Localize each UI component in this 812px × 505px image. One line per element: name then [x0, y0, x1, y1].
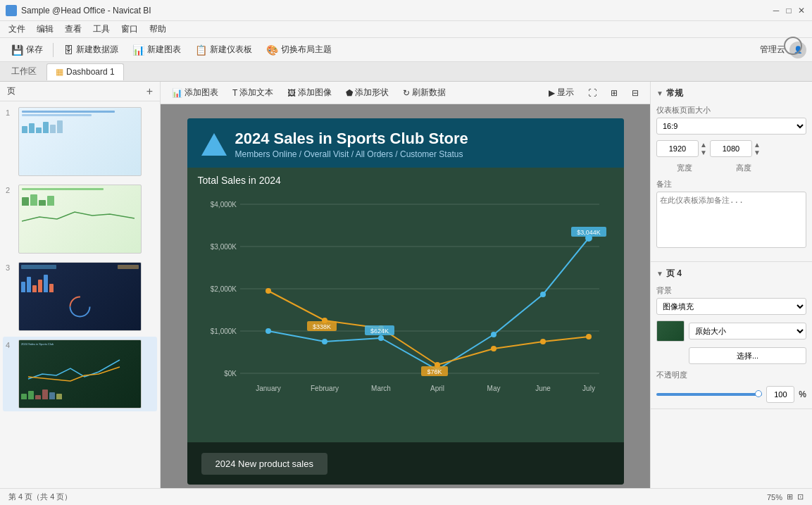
add-text-icon: T: [232, 88, 237, 98]
dash-title-area: 2024 Sales in Sports Club Store Members …: [235, 130, 468, 159]
bg-preview-row: 原始大小: [656, 320, 806, 342]
dash-chart-title: Total Sales in 2024: [198, 175, 613, 186]
width-down-btn[interactable]: ▼: [700, 149, 707, 156]
view-mode-fit[interactable]: ⊡: [797, 492, 804, 501]
bg-type-select[interactable]: 图像填充: [656, 298, 806, 315]
page-info: 第 4 页（共 4 页）: [8, 492, 72, 502]
menu-view[interactable]: 查看: [59, 22, 87, 37]
close-btn[interactable]: ✕: [797, 6, 806, 15]
bg-row: 背景 图像填充: [656, 285, 806, 315]
collapse-general-icon: ▼: [656, 89, 663, 97]
chart-icon: 📊: [132, 44, 144, 56]
add-shape-button[interactable]: ⬟ 添加形状: [340, 85, 394, 101]
menu-window[interactable]: 窗口: [115, 22, 144, 37]
status-right: 75% ⊞ ⊡: [767, 492, 804, 501]
display-icon: ▶: [549, 88, 555, 98]
notes-textarea[interactable]: [656, 192, 806, 248]
new-chart-button[interactable]: 📊 新建图表: [127, 41, 187, 58]
width-input[interactable]: [656, 140, 699, 157]
canvas-toolbar-right: ▶ 显示 ⛶ ⊞ ⊟: [543, 85, 644, 101]
main-toolbar: 💾 保存 🗄 新建数据源 📊 新建图表 📋 新建仪表板 🎨 切换布局主题 管理云…: [0, 38, 812, 62]
pages-panel: 页 + 1: [0, 82, 161, 488]
minimize-btn[interactable]: ─: [771, 6, 781, 15]
svg-text:$624K: $624K: [370, 328, 388, 335]
add-text-button[interactable]: T 添加文本: [227, 85, 279, 101]
new-datasource-button[interactable]: 🗄 新建数据源: [58, 41, 124, 58]
refresh-button[interactable]: ↻ 刷新数据: [397, 85, 451, 101]
tab-bar: 工作区 ▦ Dashboard 1: [0, 62, 812, 82]
dimensions-row: ▲ ▼ ▲ ▼: [656, 140, 806, 157]
svg-point-33: [586, 334, 592, 339]
page-item-3[interactable]: 3: [3, 259, 157, 334]
svg-point-20: [266, 328, 271, 334]
dash-footer: 2024 New product sales: [187, 442, 624, 485]
page-number-1: 1: [6, 107, 14, 117]
dash-subtitle: Members Online / Overall Visit / All Ord…: [235, 149, 468, 159]
svg-text:$3,044K: $3,044K: [577, 229, 601, 236]
menu-tools[interactable]: 工具: [87, 22, 115, 37]
sales-chart: $4,000K $3,000K $2,000K $1,000K $0K Janu…: [198, 190, 613, 409]
dash-chart-area: Total Sales in 2024 $4,000K $3,000K $2,0…: [187, 168, 624, 418]
footer-card[interactable]: 2024 New product sales: [201, 453, 327, 475]
page-item-2[interactable]: 2: [3, 182, 157, 256]
menu-file[interactable]: 文件: [3, 22, 31, 37]
page-thumbnail-4: 2024 Sales in Sports Club: [18, 339, 142, 409]
svg-text:February: February: [310, 385, 338, 392]
add-page-button[interactable]: +: [146, 85, 153, 98]
opacity-label: 不透明度: [656, 370, 806, 380]
view-mode-normal[interactable]: ⊞: [787, 492, 793, 501]
manage-cloud-label[interactable]: 管理云: [760, 44, 785, 56]
menu-edit[interactable]: 编辑: [31, 22, 59, 37]
opacity-input[interactable]: [766, 386, 794, 403]
add-image-button[interactable]: 🖼 添加图像: [282, 85, 337, 101]
size-select[interactable]: 16:9: [656, 118, 806, 135]
canvas-toolbar: 📊 添加图表 T 添加文本 🖼 添加图像 ⬟ 添加形状 ↻ 刷新数据 ▶: [161, 82, 650, 104]
width-up-btn[interactable]: ▲: [700, 141, 707, 149]
app-icon: [6, 5, 17, 16]
add-image-icon: 🖼: [287, 88, 296, 98]
opacity-slider[interactable]: [656, 393, 762, 396]
canvas-content: 2024 Sales in Sports Club Store Members …: [161, 104, 650, 488]
page-item-4[interactable]: 4 2024 Sales in Sports Club: [3, 337, 157, 411]
properties-button[interactable]: ⊞: [605, 85, 623, 101]
svg-text:$338K: $338K: [312, 323, 330, 330]
dashboard-icon: 📋: [195, 44, 207, 56]
height-up-btn[interactable]: ▲: [754, 141, 761, 149]
svg-text:July: July: [582, 385, 595, 392]
svg-text:$0K: $0K: [224, 370, 237, 378]
choose-image-button[interactable]: 选择...: [689, 347, 806, 364]
canvas-area: 📊 添加图表 T 添加文本 🖼 添加图像 ⬟ 添加形状 ↻ 刷新数据 ▶: [161, 82, 650, 488]
svg-point-25: [540, 292, 546, 297]
svg-text:$4,000K: $4,000K: [210, 201, 237, 208]
new-dashboard-button[interactable]: 📋 新建仪表板: [189, 41, 258, 58]
add-chart-button[interactable]: 📊 添加图表: [166, 85, 224, 101]
status-bar: 第 4 页（共 4 页） 75% ⊞ ⊡: [0, 488, 812, 505]
expand-icon: ⛶: [588, 88, 596, 98]
tab-dashboard[interactable]: ▦ Dashboard 1: [46, 63, 124, 80]
maximize-btn[interactable]: □: [784, 6, 794, 15]
svg-text:$1,000K: $1,000K: [210, 328, 237, 335]
panel-toggle-button[interactable]: ⊟: [626, 85, 644, 101]
page-item-1[interactable]: 1: [3, 104, 157, 179]
switch-theme-button[interactable]: 🎨 切换布局主题: [261, 41, 337, 58]
save-icon: 💾: [11, 44, 23, 56]
save-button[interactable]: 💾 保存: [6, 41, 49, 58]
display-button[interactable]: ▶ 显示: [543, 85, 580, 101]
page4-header[interactable]: ▼ 页 4: [656, 268, 806, 280]
bg-size-select[interactable]: 原始大小: [689, 323, 806, 339]
page4-label: 页 4: [666, 268, 682, 280]
page4-section: ▼ 页 4 背景 图像填充 原始大小: [651, 262, 812, 409]
height-down-btn[interactable]: ▼: [754, 149, 761, 156]
title-bar-left: Sample @Head Office - Navicat BI: [6, 5, 151, 16]
pages-label: 页: [7, 85, 15, 97]
toolbar-divider-1: [53, 43, 54, 57]
expand-button[interactable]: ⛶: [582, 85, 602, 101]
opacity-thumb: [755, 390, 762, 397]
general-section-header[interactable]: ▼ 常规: [656, 87, 806, 99]
collapse-page4-icon: ▼: [656, 270, 663, 278]
height-input[interactable]: [710, 140, 752, 157]
window-controls[interactable]: ─ □ ✕: [771, 6, 806, 15]
page-thumbnail-1: [18, 107, 142, 176]
tab-workspace[interactable]: 工作区: [3, 63, 45, 80]
menu-help[interactable]: 帮助: [144, 22, 172, 37]
